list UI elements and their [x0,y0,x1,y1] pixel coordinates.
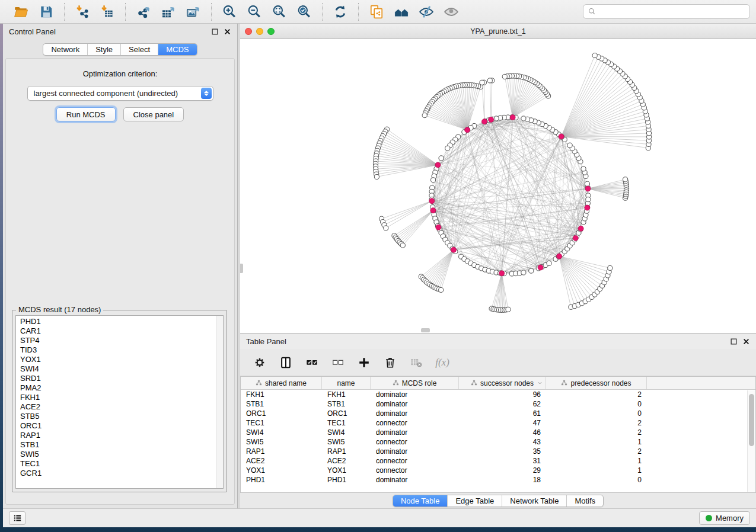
delete-button[interactable] [381,354,399,371]
import-table-button[interactable] [97,2,118,21]
first-neighbors-button[interactable] [391,2,412,21]
dominator-hub-node[interactable] [510,115,515,120]
dominator-hub-node[interactable] [436,225,441,230]
table-row[interactable]: SWI4SWI4dominator462 [241,428,755,437]
import-network-button[interactable] [72,2,93,21]
dominator-hub-node[interactable] [499,271,505,276]
column-header-MCDS-role[interactable]: MCDS role [371,377,459,389]
mcds-result-node[interactable]: TID3 [20,345,223,355]
mcds-result-node[interactable]: FKH1 [20,393,223,402]
table-row[interactable]: FKH1FKH1dominator962 [241,390,755,399]
mcds-result-node[interactable]: STB5 [20,412,223,421]
network-graph[interactable] [240,39,756,333]
dominator-hub-node[interactable] [538,265,543,270]
tab-style[interactable]: Style [87,44,120,55]
task-history-button[interactable] [9,511,25,525]
tab-node-table[interactable]: Node Table [393,495,448,507]
mcds-result-node[interactable]: SWI4 [20,364,223,374]
mcds-result-node[interactable]: PHD1 [20,317,223,326]
dominator-hub-node[interactable] [578,226,583,231]
optimization-criterion-select[interactable]: largest connected component (undirected) [27,86,213,101]
float-panel-icon[interactable] [211,28,219,36]
table-row[interactable]: SWI5SWI5connector431 [241,437,755,447]
dominator-hub-node[interactable] [429,198,435,204]
column-header-shared-name[interactable]: shared name [241,377,322,389]
tab-select[interactable]: Select [120,44,158,55]
mcds-result-node[interactable]: SRD1 [20,374,223,383]
refresh-layout-button[interactable] [330,2,351,21]
mcds-result-node[interactable]: ACE2 [20,402,223,412]
mcds-result-node[interactable]: GCR1 [20,469,223,478]
mcds-result-node[interactable]: STB1 [20,440,223,450]
mcds-result-node[interactable]: STP4 [20,336,223,345]
export-image-button[interactable] [183,2,204,21]
resize-grip[interactable] [240,264,243,273]
gear-button[interactable] [251,354,269,371]
dominator-hub-node[interactable] [557,254,562,259]
tab-mcds[interactable]: MCDS [158,44,196,55]
mcds-result-list[interactable]: PHD1CAR1STP4TID3YOX1SWI4SRD1PMA2FKH1ACE2… [15,315,224,489]
deselect-all-button[interactable] [329,354,347,371]
tab-network-table[interactable]: Network Table [502,495,566,507]
show-all-button[interactable] [441,2,462,21]
hide-selected-button[interactable] [416,2,437,21]
export-network-button[interactable] [133,2,154,21]
network-canvas[interactable] [240,39,756,333]
mcds-result-node[interactable]: PMA2 [20,383,223,393]
table-row[interactable]: TEC1TEC1connector472 [241,418,755,428]
table-row[interactable]: STB1STB1dominator620 [241,399,755,409]
tab-edge-table[interactable]: Edge Table [447,495,502,507]
mcds-result-node[interactable]: TEC1 [20,459,223,469]
dominator-hub-node[interactable] [482,119,487,124]
dominator-hub-node[interactable] [451,247,457,252]
column-header-name[interactable]: name [322,377,371,389]
dominator-hub-node[interactable] [465,127,470,133]
column-header-predecessor-nodes[interactable]: predecessor nodes [546,377,647,389]
tab-network[interactable]: Network [43,44,87,55]
mcds-list-scrollbar[interactable] [216,316,223,488]
dominator-hub-node[interactable] [585,205,590,210]
search-input[interactable] [583,4,750,19]
table-row[interactable]: RAP1RAP1dominator352 [241,447,755,456]
dominator-hub-node[interactable] [559,134,564,139]
memory-button[interactable]: Memory [699,511,750,525]
save-session-button[interactable] [36,2,57,21]
search-field[interactable] [599,7,745,16]
zoom-fit-button[interactable] [269,2,290,21]
tab-motifs[interactable]: Motifs [566,495,603,507]
table-row[interactable]: PHD1PHD1dominator180 [241,475,755,485]
add-button[interactable] [355,354,373,371]
column-header-successor-nodes[interactable]: successor nodes [459,377,546,389]
node-table[interactable]: shared namenameMCDS rolesuccessor nodesp… [240,376,756,493]
network-window-titlebar[interactable]: YPA_prune.txt_1 [240,24,756,39]
resize-grip[interactable] [421,328,430,332]
float-panel-icon[interactable] [730,338,738,345]
mcds-result-node[interactable]: YOX1 [20,355,223,364]
export-table-button[interactable] [158,2,179,21]
copy-network-button[interactable] [366,2,387,21]
dominator-hub-node[interactable] [430,208,436,213]
scrollbar-thumb[interactable] [749,394,754,446]
zoom-out-button[interactable] [244,2,265,21]
table-row[interactable]: ORC1ORC1dominator610 [241,409,755,418]
zoom-in-button[interactable] [219,2,240,21]
mcds-result-node[interactable]: ORC1 [20,421,223,431]
close-panel-icon[interactable] [224,28,231,36]
dominator-hub-node[interactable] [573,235,578,241]
close-panel-icon[interactable] [742,338,750,345]
table-row[interactable]: ACE2ACE2connector311 [241,456,755,466]
table-row[interactable]: YOX1YOX1connector291 [241,466,755,475]
mcds-result-node[interactable]: RAP1 [20,431,223,440]
open-session-button[interactable] [11,2,32,21]
dominator-hub-node[interactable] [435,162,441,168]
dominator-hub-node[interactable] [489,117,494,122]
dominator-hub-node[interactable] [585,186,591,191]
run-mcds-button[interactable]: Run MCDS [56,107,116,121]
mcds-result-node[interactable]: CAR1 [20,326,223,336]
show-hide-columns-button[interactable] [277,354,295,371]
mcds-result-node[interactable]: SWI5 [20,450,223,459]
select-all-button[interactable] [303,354,321,371]
zoom-selected-button[interactable] [294,2,315,21]
close-panel-button[interactable]: Close panel [123,107,184,121]
table-scrollbar[interactable] [747,390,755,492]
